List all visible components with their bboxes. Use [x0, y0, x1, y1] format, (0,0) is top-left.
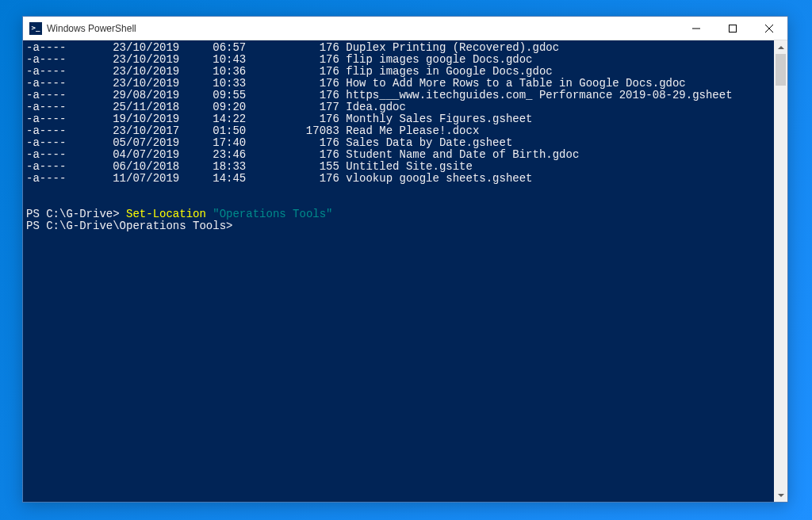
close-button[interactable] [751, 17, 787, 40]
file-row: -a---- 29/08/2019 09:55 176 https___www.… [26, 90, 774, 101]
prompt-line: PS C:\G-Drive> Set-Location "Operations … [26, 208, 774, 220]
svg-marker-5 [778, 494, 784, 497]
svg-marker-4 [778, 46, 784, 49]
file-row: -a---- 23/10/2019 06:57 176 Duplex Print… [26, 42, 774, 54]
svg-rect-1 [730, 25, 737, 32]
file-row: -a---- 04/07/2019 23:46 176 Student Name… [26, 149, 774, 161]
blank-line [26, 197, 774, 208]
file-row: -a---- 23/10/2019 10:43 176 flip images … [26, 54, 774, 66]
prompt-line-current[interactable]: PS C:\G-Drive\Operations Tools> [26, 220, 774, 232]
file-row: -a---- 19/10/2019 14:22 176 Monthly Sale… [26, 113, 774, 125]
scroll-down-button[interactable] [774, 488, 787, 502]
scrollbar[interactable] [774, 40, 787, 502]
file-row: -a---- 05/07/2019 17:40 176 Sales Data b… [26, 137, 774, 149]
terminal-output[interactable]: -a---- 23/10/2019 06:57 176 Duplex Print… [23, 40, 774, 502]
scroll-up-button[interactable] [774, 40, 787, 54]
file-row: -a---- 06/10/2018 18:33 155 Untitled Sit… [26, 161, 774, 173]
file-row: -a---- 23/10/2019 10:36 176 flip images … [26, 66, 774, 78]
file-row: -a---- 11/07/2019 14:45 176 vlookup goog… [26, 173, 774, 185]
cursor [239, 221, 246, 232]
window-title: Windows PowerShell [47, 23, 678, 34]
scroll-thumb[interactable] [776, 54, 786, 86]
file-row: -a---- 23/10/2017 01:50 17083 Read Me Pl… [26, 125, 774, 137]
terminal-wrapper: -a---- 23/10/2019 06:57 176 Duplex Print… [23, 40, 787, 502]
blank-line [26, 185, 774, 197]
minimize-button[interactable] [678, 17, 714, 40]
window-controls [678, 17, 787, 40]
cmdlet: Set-Location [126, 208, 206, 220]
maximize-button[interactable] [714, 17, 751, 40]
powershell-window: Windows PowerShell -a---- 23/10/2019 06:… [22, 16, 788, 503]
powershell-icon [29, 22, 42, 35]
file-row: -a---- 25/11/2018 09:20 177 Idea.gdoc [26, 101, 774, 113]
cmd-argument: "Operations Tools" [213, 208, 332, 220]
titlebar[interactable]: Windows PowerShell [23, 17, 787, 40]
file-row: -a---- 23/10/2019 10:33 176 How to Add M… [26, 78, 774, 90]
